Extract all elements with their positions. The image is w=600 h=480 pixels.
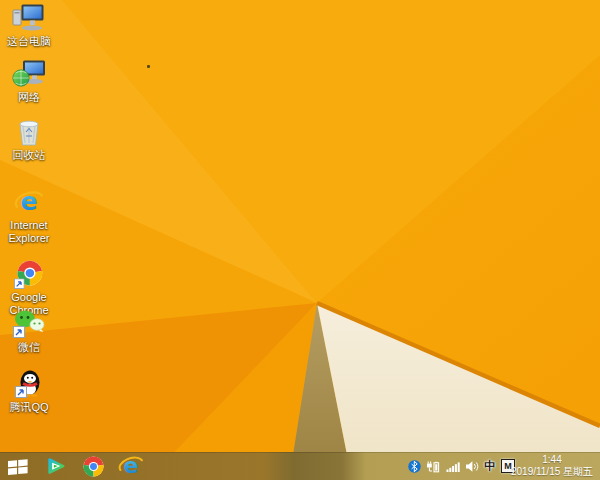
desktop-icon-internet-explorer[interactable]: Internet Explorer <box>0 187 58 245</box>
internet-explorer-icon <box>118 453 144 479</box>
desktop-icon-this-pc[interactable]: 这台电脑 <box>0 3 58 48</box>
taskbar-item-internet-explorer[interactable] <box>112 452 150 480</box>
battery-power-icon <box>426 460 441 473</box>
google-chrome-icon <box>82 455 105 478</box>
wechat-icon <box>9 309 49 339</box>
desktop-icon-label: 回收站 <box>13 149 46 162</box>
desktop-icon-label: Internet Explorer <box>1 219 57 245</box>
desktop-icon-label: 这台电脑 <box>7 35 51 48</box>
desktop-icon-label: 腾讯QQ <box>9 401 48 414</box>
internet-explorer-icon <box>9 187 49 217</box>
taskbar-clock[interactable]: 1:44 2019/11/15 星期五 <box>506 454 598 478</box>
windows-logo-icon <box>7 458 29 475</box>
clock-date: 2019/11/15 星期五 <box>506 466 598 478</box>
clock-time: 1:44 <box>506 454 598 466</box>
bluetooth-icon <box>408 460 421 473</box>
google-chrome-icon <box>9 259 49 289</box>
wallpaper <box>0 0 600 480</box>
desktop-icon-label: 微信 <box>18 341 40 354</box>
tencent-video-icon <box>44 455 67 478</box>
taskbar-item-tencent-video[interactable] <box>36 452 74 480</box>
wallpaper-speck <box>147 65 150 68</box>
volume-tray-button[interactable] <box>465 460 479 473</box>
desktop-icon-label: 网络 <box>18 91 40 104</box>
volume-icon <box>465 460 479 473</box>
desktop-icon-network[interactable]: 网络 <box>0 59 58 104</box>
system-tray: 中 M <box>408 452 515 480</box>
network-signal-icon <box>446 460 460 473</box>
desktop-icon-tencent-qq[interactable]: 腾讯QQ <box>0 369 58 414</box>
desktop: e 这台电脑 <box>0 0 600 480</box>
power-tray-button[interactable] <box>426 460 441 473</box>
this-pc-icon <box>9 3 49 33</box>
taskbar-item-google-chrome[interactable] <box>74 452 112 480</box>
network-icon <box>9 59 49 89</box>
start-button[interactable] <box>0 452 36 480</box>
recycle-bin-icon <box>9 117 49 147</box>
taskbar: 中 M 1:44 2019/11/15 星期五 <box>0 452 600 480</box>
bluetooth-tray-button[interactable] <box>408 460 421 473</box>
ime-language-indicator[interactable]: 中 <box>484 460 496 472</box>
desktop-icon-recycle-bin[interactable]: 回收站 <box>0 117 58 162</box>
network-tray-button[interactable] <box>446 460 460 473</box>
desktop-icon-wechat[interactable]: 微信 <box>0 309 58 354</box>
tencent-qq-icon <box>9 369 49 399</box>
